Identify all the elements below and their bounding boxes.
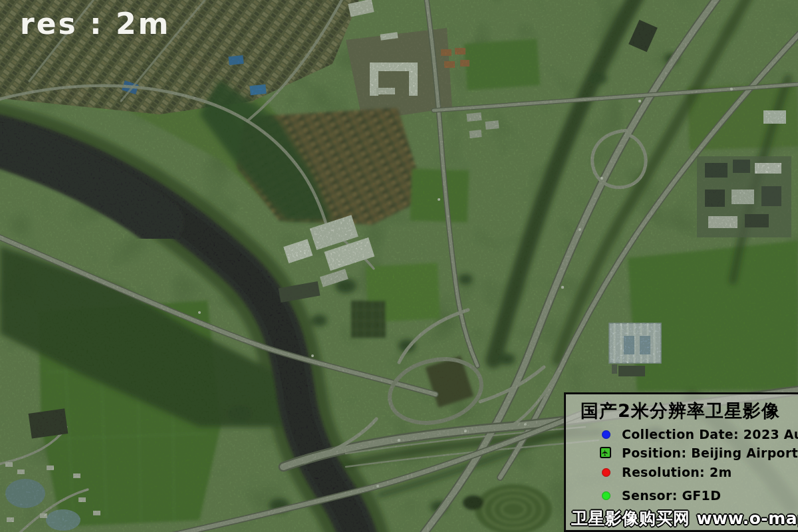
sensor-text: Sensor: GF1D: [622, 488, 721, 503]
legend-row-resolution: Resolution: 2m: [566, 464, 795, 481]
site-name: 卫星影像购买网: [571, 509, 690, 528]
legend-row-collection-date: Collection Date: 2023 Aug: [566, 426, 795, 444]
panel-title: 国产2米分辨率卫星影像: [566, 399, 795, 423]
blue-dot-icon: [602, 430, 610, 439]
collection-date-text: Collection Date: 2023 Aug: [622, 427, 798, 442]
site-url: www.o-map.cn: [697, 509, 798, 528]
site-watermark: 卫星影像购买网www.o-map.cn: [571, 507, 798, 529]
red-dot-icon: [602, 468, 610, 477]
airplane-glyph: ✈: [602, 449, 610, 456]
resolution-text: Resolution: 2m: [622, 465, 732, 479]
position-text: Position: Beijing Airport: [622, 446, 798, 460]
airport-marker-icon: ✈: [600, 447, 611, 458]
image-info-panel: 国产2米分辨率卫星影像 Collection Date: 2023 Aug ✈ …: [564, 392, 798, 532]
legend-row-position: ✈ Position: Beijing Airport: [566, 445, 795, 462]
legend-row-sensor: Sensor: GF1D: [566, 487, 795, 505]
resolution-watermark: res : 2m: [20, 8, 170, 40]
green-dot-icon: [602, 491, 610, 500]
screenshot-stage: .rc{fill:none;stroke:#5f6156;stroke-line…: [0, 0, 798, 532]
